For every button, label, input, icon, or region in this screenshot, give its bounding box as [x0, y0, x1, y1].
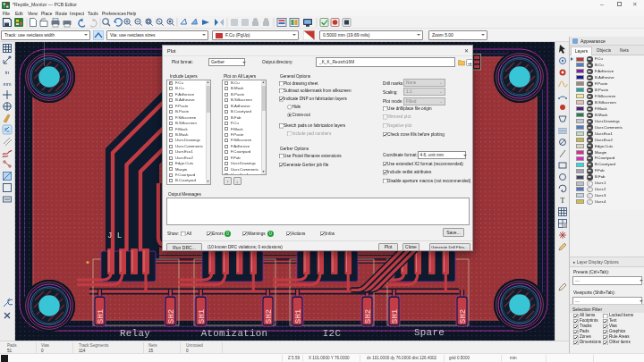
svg-text:SH1: SH1: [97, 308, 106, 324]
svg-text:SH2: SH2: [364, 309, 373, 324]
svg-text:SH2: SH2: [167, 309, 176, 324]
svg-text:SH2: SH2: [265, 309, 274, 324]
svg-text:I2C: I2C: [323, 328, 342, 339]
svg-text:in: in: [5, 70, 10, 75]
svg-text:SH2: SH2: [459, 309, 468, 324]
svg-text:Atomization: Atomization: [201, 328, 268, 339]
svg-text:T: T: [561, 197, 565, 205]
svg-text:SH1: SH1: [294, 308, 303, 324]
svg-text:SH1: SH1: [391, 308, 400, 324]
svg-text:SH1: SH1: [198, 308, 207, 324]
svg-text:mm: mm: [3, 81, 12, 87]
svg-text:Spare: Spare: [414, 327, 445, 338]
svg-text:Relay: Relay: [120, 328, 150, 339]
svg-text:J L: J L: [107, 232, 122, 240]
